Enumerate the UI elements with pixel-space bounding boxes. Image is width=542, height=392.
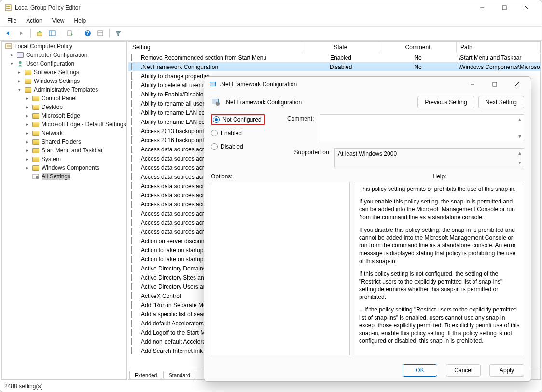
ok-button[interactable]: OK [403, 364, 437, 377]
up-button[interactable] [34, 28, 45, 39]
expand-icon[interactable]: ▸ [9, 52, 14, 58]
folder-icon [32, 147, 40, 154]
help-box[interactable]: This policy setting permits or prohibits… [355, 182, 524, 355]
collapse-icon[interactable]: ▾ [9, 61, 14, 67]
menubar: File Action View Help [0, 15, 542, 27]
computer-icon [16, 51, 24, 59]
menu-file[interactable]: File [3, 16, 20, 25]
tree-user-config[interactable]: ▾ User Configuration [2, 59, 126, 68]
cancel-button[interactable]: Cancel [446, 364, 481, 377]
setting-icon [131, 237, 139, 245]
apply-button[interactable]: Apply [489, 364, 524, 377]
tree-item[interactable]: ▸Microsoft Edge - Default Settings [2, 120, 126, 129]
dialog-minimize-button[interactable] [461, 77, 484, 92]
menu-action[interactable]: Action [22, 16, 46, 25]
list-header: Setting State Comment Path [128, 42, 540, 53]
tree-item[interactable]: All Settings [2, 172, 126, 181]
maximize-button[interactable] [493, 0, 515, 15]
col-comment[interactable]: Comment [379, 42, 457, 53]
radio-disabled-label: Disabled [221, 143, 243, 150]
show-hide-tree-button[interactable] [46, 28, 58, 39]
close-button[interactable] [515, 0, 538, 15]
setting-icon [131, 210, 139, 217]
forward-button[interactable] [16, 28, 28, 39]
setting-icon [131, 182, 139, 190]
tree-item[interactable]: ▸Desktop [2, 103, 126, 111]
menu-help[interactable]: Help [70, 16, 90, 25]
tree-item[interactable]: ▸System [2, 155, 126, 163]
dialog-maximize-button[interactable] [484, 77, 506, 92]
setting-icon [131, 127, 139, 135]
separator [30, 29, 31, 38]
policy-icon [5, 42, 13, 50]
radio-not-configured[interactable] [213, 116, 220, 123]
options-box [211, 182, 350, 355]
expand-icon[interactable]: ▸ [24, 113, 30, 119]
comment-textarea[interactable]: ▴▾ [320, 114, 524, 141]
tree-root[interactable]: Local Computer Policy [2, 42, 126, 51]
folder-icon [32, 95, 40, 102]
tree-item[interactable]: ▸Shared Folders [2, 137, 126, 146]
svg-rect-2 [6, 8, 10, 9]
expand-icon[interactable]: ▸ [24, 165, 30, 171]
tree-software-settings[interactable]: ▸ Software Settings [2, 68, 126, 77]
svg-point-18 [19, 61, 21, 64]
setting-icon [131, 219, 139, 227]
settings-icon [32, 173, 40, 180]
setting-icon [131, 228, 139, 236]
folder-icon [32, 129, 40, 137]
help-button[interactable]: ? [82, 28, 94, 39]
tree-item[interactable]: ▸Microsoft Edge [2, 111, 126, 120]
col-path[interactable]: Path [457, 42, 540, 53]
col-state[interactable]: State [302, 42, 379, 53]
setting-icon [131, 72, 139, 80]
tree-item[interactable]: ▸Network [2, 129, 126, 137]
expand-icon[interactable]: ▸ [24, 130, 30, 136]
svg-point-20 [36, 176, 39, 179]
tab-standard[interactable]: Standard [163, 371, 195, 379]
tab-extended[interactable]: Extended [129, 371, 162, 379]
setting-icon [131, 329, 139, 337]
setting-icon [131, 63, 139, 71]
tree-windows-settings[interactable]: ▸ Windows Settings [2, 77, 126, 85]
list-row[interactable]: Remove Recommended section from Start Me… [128, 53, 540, 62]
setting-icon [131, 320, 139, 327]
back-button[interactable] [3, 28, 15, 39]
minimize-button[interactable] [471, 0, 493, 15]
filter-button[interactable] [112, 28, 124, 39]
svg-rect-22 [210, 82, 215, 86]
svg-rect-13 [98, 31, 103, 36]
expand-icon[interactable]: ▸ [24, 139, 30, 145]
tree-pane[interactable]: Local Computer Policy ▸ Computer Configu… [1, 41, 127, 380]
tree-computer-config[interactable]: ▸ Computer Configuration [2, 51, 126, 59]
expand-icon[interactable]: ▸ [24, 95, 30, 101]
expand-icon[interactable]: ▸ [24, 148, 30, 153]
col-setting[interactable]: Setting [128, 42, 302, 53]
tree-item[interactable]: ▸Control Panel [2, 94, 126, 103]
svg-rect-7 [37, 32, 42, 36]
radio-disabled[interactable] [211, 143, 218, 150]
tree-admin-templates[interactable]: ▾ Administrative Templates [2, 85, 126, 94]
properties-button[interactable] [95, 28, 106, 39]
menu-view[interactable]: View [48, 16, 69, 25]
expand-icon[interactable]: ▸ [16, 69, 22, 75]
list-row[interactable]: .Net Framework ConfigurationDisabledNo\W… [128, 62, 540, 71]
collapse-icon[interactable]: ▾ [16, 87, 22, 93]
next-setting-button[interactable]: Next Setting [478, 96, 524, 108]
previous-setting-button[interactable]: Previous Setting [417, 96, 474, 108]
tree-item[interactable]: ▸Start Menu and Taskbar [2, 146, 126, 155]
radio-enabled[interactable] [211, 130, 218, 136]
setting-icon [131, 311, 139, 318]
expand-icon[interactable]: ▸ [24, 156, 30, 162]
dialog-close-button[interactable] [506, 77, 528, 92]
tree-item[interactable]: ▸Windows Components [2, 163, 126, 172]
expand-icon[interactable]: ▸ [24, 104, 30, 110]
svg-rect-10 [68, 31, 71, 36]
expand-icon[interactable]: ▸ [24, 122, 30, 127]
window-controls [471, 0, 538, 15]
scroll-indicator: ▴▾ [517, 149, 523, 166]
export-button[interactable] [64, 28, 76, 39]
expand-icon[interactable]: ▸ [16, 78, 22, 84]
window-title: Local Group Policy Editor [15, 4, 471, 11]
folder-icon [32, 138, 40, 146]
